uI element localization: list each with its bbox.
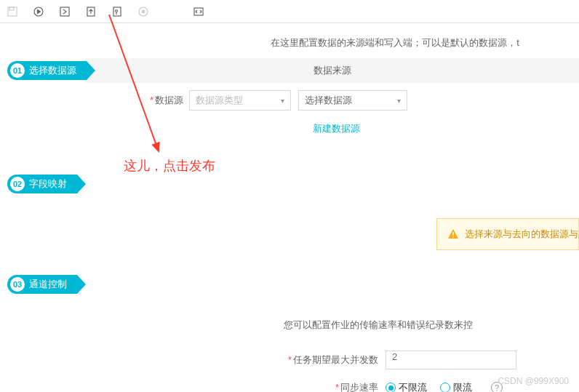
rate-label: *同步速率 (262, 381, 386, 392)
step-3-num: 03 (10, 277, 25, 292)
warning-icon (447, 228, 459, 240)
svg-rect-1 (9, 7, 14, 10)
svg-point-6 (116, 9, 118, 12)
annotation-text: 这儿，点击发布 (124, 157, 215, 175)
step-1-header: 01 选择数据源 数据来源 (7, 58, 579, 83)
rate-unlimited-radio[interactable]: 不限流 (386, 381, 427, 392)
next-icon[interactable] (58, 5, 71, 18)
svg-rect-3 (60, 7, 69, 16)
svg-rect-11 (452, 236, 453, 237)
max-conc-input[interactable]: 2 (386, 351, 516, 369)
rate-radio-group: 不限流 限流 ? (386, 381, 503, 392)
save-icon[interactable] (6, 5, 19, 18)
watermark: CSDN @999X900 (498, 376, 569, 386)
rate-limited-radio[interactable]: 限流 (440, 381, 472, 392)
code-icon[interactable] (192, 5, 205, 18)
source-select-placeholder: 选择数据源 (305, 94, 352, 107)
step-3-label: 通道控制 (29, 278, 67, 291)
step-1-label: 选择数据源 (29, 64, 76, 77)
stop-icon[interactable] (137, 5, 150, 18)
format-icon[interactable] (111, 5, 124, 18)
source-select[interactable]: 选择数据源 ▾ (298, 90, 407, 111)
source-type-placeholder: 数据源类型 (196, 94, 243, 107)
source-label: *数据源 (124, 94, 189, 107)
source-type-select[interactable]: 数据源类型 ▾ (189, 90, 291, 111)
step-2-num: 02 (10, 177, 25, 191)
channel-desc: 您可以配置作业的传输速率和错误纪录数来控 (284, 297, 579, 345)
step-3-header: 03 通道控制 (7, 272, 579, 297)
publish-icon[interactable] (84, 5, 97, 18)
step-3-tag: 03 通道控制 (7, 275, 77, 294)
toolbar (0, 0, 579, 23)
intro-text: 在这里配置数据的来源端和写入端；可以是默认的数据源，t (211, 23, 579, 55)
play-icon[interactable] (32, 5, 45, 18)
new-source-link[interactable]: 新建数据源 (313, 123, 360, 134)
step-2-tag: 02 字段映射 (7, 175, 77, 193)
chevron-down-icon: ▾ (281, 97, 284, 105)
svg-rect-8 (142, 10, 145, 13)
max-conc-label: *任务期望最大并发数 (262, 353, 386, 367)
step-2-header: 02 字段映射 (7, 172, 579, 196)
step-1-title: 数据来源 (85, 58, 579, 83)
max-conc-row: *任务期望最大并发数 2 (262, 345, 579, 375)
step-2-label: 字段映射 (29, 177, 67, 191)
warning-text: 选择来源与去向的数据源与表 (465, 228, 579, 241)
warning-box: 选择来源与去向的数据源与表 (436, 218, 579, 250)
step-1-num: 01 (10, 63, 25, 78)
svg-rect-10 (452, 232, 453, 236)
chevron-down-icon: ▾ (397, 97, 401, 105)
source-row: *数据源 数据源类型 ▾ 选择数据源 ▾ (124, 83, 579, 118)
step-1-tag: 01 选择数据源 (7, 61, 87, 80)
